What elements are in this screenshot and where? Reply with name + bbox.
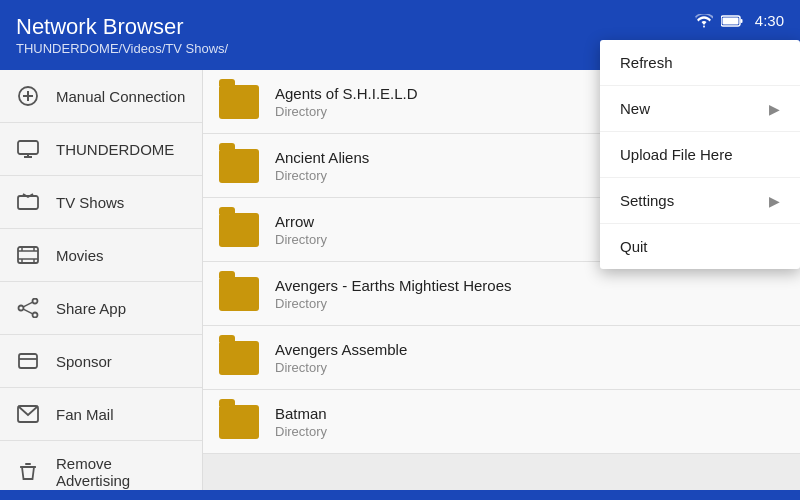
folder-icon bbox=[219, 277, 259, 311]
folder-icon bbox=[219, 85, 259, 119]
dropdown-item-label-settings: Settings bbox=[620, 192, 674, 209]
back-button[interactable]: ◁ bbox=[103, 495, 163, 500]
svg-point-18 bbox=[33, 313, 38, 318]
svg-rect-2 bbox=[740, 19, 742, 23]
svg-line-20 bbox=[23, 302, 32, 307]
sidebar-item-manual-connection[interactable]: Manual Connection bbox=[0, 70, 202, 123]
file-type: Directory bbox=[275, 168, 369, 183]
sidebar: Manual ConnectionTHUNDERDOMETV ShowsMovi… bbox=[0, 70, 203, 490]
file-name: Avengers - Earths Mightiest Heroes bbox=[275, 277, 512, 294]
thunderdome-icon bbox=[16, 137, 40, 161]
list-item-text: ArrowDirectory bbox=[275, 213, 327, 247]
sidebar-item-thunderdome[interactable]: THUNDERDOME bbox=[0, 123, 202, 176]
remove-advertising-label: Remove Advertising bbox=[56, 455, 186, 489]
folder-icon bbox=[219, 341, 259, 375]
tv-shows-icon bbox=[16, 190, 40, 214]
fan-mail-label: Fan Mail bbox=[56, 406, 114, 423]
recent-button[interactable]: □ bbox=[637, 495, 697, 500]
home-button[interactable]: ○ bbox=[370, 495, 430, 500]
file-type: Directory bbox=[275, 104, 418, 119]
file-type: Directory bbox=[275, 424, 327, 439]
dropdown-item-upload-file[interactable]: Upload File Here bbox=[600, 132, 800, 178]
dropdown-item-label-quit: Quit bbox=[620, 238, 648, 255]
file-type: Directory bbox=[275, 296, 512, 311]
sidebar-item-fan-mail[interactable]: Fan Mail bbox=[0, 388, 202, 441]
top-bar-right: 4:30 bbox=[695, 12, 784, 29]
dropdown-item-label-upload-file: Upload File Here bbox=[620, 146, 733, 163]
list-item-text: Ancient AliensDirectory bbox=[275, 149, 369, 183]
tv-shows-label: TV Shows bbox=[56, 194, 124, 211]
dropdown-item-quit[interactable]: Quit bbox=[600, 224, 800, 269]
svg-rect-22 bbox=[19, 354, 37, 368]
manual-connection-icon bbox=[16, 84, 40, 108]
list-item[interactable]: Avengers AssembleDirectory bbox=[203, 326, 800, 390]
bottom-nav: ◁ ○ □ bbox=[0, 490, 800, 500]
movies-icon bbox=[16, 243, 40, 267]
file-name: Batman bbox=[275, 405, 327, 422]
battery-icon bbox=[721, 15, 743, 27]
svg-rect-6 bbox=[18, 141, 38, 154]
folder-icon bbox=[219, 213, 259, 247]
file-name: Ancient Aliens bbox=[275, 149, 369, 166]
sidebar-item-movies[interactable]: Movies bbox=[0, 229, 202, 282]
dropdown-item-settings[interactable]: Settings▶ bbox=[600, 178, 800, 224]
dropdown-item-label-new: New bbox=[620, 100, 650, 117]
breadcrumb: THUNDERDOME/Videos/TV Shows/ bbox=[16, 41, 228, 56]
sidebar-item-tv-shows[interactable]: TV Shows bbox=[0, 176, 202, 229]
share-app-icon bbox=[16, 296, 40, 320]
thunderdome-label: THUNDERDOME bbox=[56, 141, 174, 158]
sponsor-label: Sponsor bbox=[56, 353, 112, 370]
folder-icon bbox=[219, 149, 259, 183]
remove-advertising-icon bbox=[16, 460, 40, 484]
dropdown-menu: RefreshNew▶Upload File HereSettings▶Quit bbox=[600, 40, 800, 269]
file-type: Directory bbox=[275, 360, 407, 375]
movies-label: Movies bbox=[56, 247, 104, 264]
list-item-text: BatmanDirectory bbox=[275, 405, 327, 439]
list-item[interactable]: BatmanDirectory bbox=[203, 390, 800, 454]
file-name: Avengers Assemble bbox=[275, 341, 407, 358]
chevron-right-icon: ▶ bbox=[769, 193, 780, 209]
manual-connection-label: Manual Connection bbox=[56, 88, 185, 105]
status-icons: 4:30 bbox=[695, 12, 784, 29]
dropdown-item-refresh[interactable]: Refresh bbox=[600, 40, 800, 86]
folder-icon bbox=[219, 405, 259, 439]
svg-rect-1 bbox=[722, 17, 738, 24]
dropdown-item-label-refresh: Refresh bbox=[620, 54, 673, 71]
file-name: Arrow bbox=[275, 213, 327, 230]
sidebar-item-sponsor[interactable]: Sponsor bbox=[0, 335, 202, 388]
svg-line-21 bbox=[23, 309, 32, 314]
list-item-text: Avengers - Earths Mightiest HeroesDirect… bbox=[275, 277, 512, 311]
wifi-icon bbox=[695, 14, 713, 28]
top-bar: Network Browser THUNDERDOME/Videos/TV Sh… bbox=[0, 0, 800, 70]
chevron-right-icon: ▶ bbox=[769, 101, 780, 117]
svg-point-17 bbox=[33, 299, 38, 304]
app-title: Network Browser bbox=[16, 14, 228, 40]
clock: 4:30 bbox=[755, 12, 784, 29]
list-item-text: Avengers AssembleDirectory bbox=[275, 341, 407, 375]
sidebar-item-remove-advertising[interactable]: Remove Advertising bbox=[0, 441, 202, 490]
list-item-text: Agents of S.H.I.E.L.DDirectory bbox=[275, 85, 418, 119]
dropdown-item-new[interactable]: New▶ bbox=[600, 86, 800, 132]
svg-rect-10 bbox=[18, 247, 38, 263]
file-name: Agents of S.H.I.E.L.D bbox=[275, 85, 418, 102]
svg-point-19 bbox=[19, 306, 24, 311]
sidebar-item-share-app[interactable]: Share App bbox=[0, 282, 202, 335]
fan-mail-icon bbox=[16, 402, 40, 426]
list-item[interactable]: Avengers - Earths Mightiest HeroesDirect… bbox=[203, 262, 800, 326]
sponsor-icon bbox=[16, 349, 40, 373]
share-app-label: Share App bbox=[56, 300, 126, 317]
file-type: Directory bbox=[275, 232, 327, 247]
